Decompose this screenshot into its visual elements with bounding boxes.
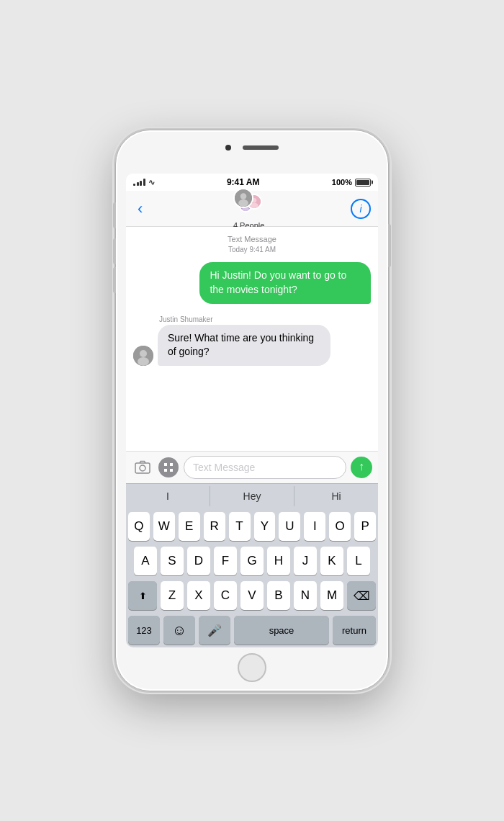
svg-point-13 bbox=[140, 465, 145, 471]
svg-point-1 bbox=[240, 193, 246, 199]
key-f[interactable]: F bbox=[214, 547, 237, 575]
key-emoji[interactable]: ☺ bbox=[163, 616, 195, 645]
svg-point-11 bbox=[138, 357, 149, 366]
svg-rect-12 bbox=[135, 463, 150, 473]
send-arrow-icon: ↑ bbox=[359, 460, 364, 473]
key-g[interactable]: G bbox=[240, 547, 264, 575]
phone-screen: ∿ 9:41 AM 100% ‹ bbox=[126, 174, 378, 647]
status-left: ∿ bbox=[133, 178, 155, 187]
battery-percent: 100% bbox=[332, 178, 352, 187]
wifi-icon: ∿ bbox=[148, 178, 155, 187]
key-o[interactable]: O bbox=[329, 512, 351, 541]
status-right: 100% bbox=[332, 178, 371, 187]
info-button[interactable]: i bbox=[351, 199, 371, 219]
key-p[interactable]: P bbox=[354, 512, 376, 541]
message-sent-1: Hi Justin! Do you want to go to the movi… bbox=[133, 262, 371, 303]
key-mic[interactable]: 🎤 bbox=[199, 616, 230, 645]
battery-icon bbox=[355, 179, 371, 187]
message-received-1: Justin Shumaker Sure! What time are you … bbox=[133, 315, 371, 366]
sender-name: Justin Shumaker bbox=[159, 315, 330, 323]
avatar-main bbox=[233, 188, 253, 208]
key-b[interactable]: B bbox=[267, 581, 290, 610]
sender-avatar bbox=[133, 346, 153, 366]
key-shift[interactable]: ⬆ bbox=[128, 581, 157, 610]
signal-icon bbox=[133, 179, 145, 186]
battery-fill bbox=[356, 180, 369, 185]
key-numbers[interactable]: 123 bbox=[128, 616, 160, 645]
key-u[interactable]: U bbox=[279, 512, 300, 541]
key-e[interactable]: E bbox=[179, 512, 200, 541]
key-d[interactable]: D bbox=[187, 547, 210, 575]
message-timestamp: Today 9:41 AM bbox=[133, 245, 371, 255]
key-z[interactable]: Z bbox=[161, 581, 184, 610]
message-type-label: Text Message bbox=[133, 234, 371, 245]
keyboard-row-1: Q W E R T Y U I O P bbox=[128, 512, 376, 541]
messages-area: Text Message Today 9:41 AM Hi Justin! Do… bbox=[126, 227, 378, 451]
phone-frame: ∿ 9:41 AM 100% ‹ bbox=[115, 130, 389, 691]
svg-point-2 bbox=[238, 199, 248, 206]
key-v[interactable]: V bbox=[240, 581, 264, 610]
key-j[interactable]: J bbox=[294, 547, 317, 575]
key-x[interactable]: X bbox=[187, 581, 210, 610]
home-button[interactable] bbox=[238, 653, 266, 682]
key-h[interactable]: H bbox=[267, 547, 290, 575]
key-return[interactable]: return bbox=[333, 616, 376, 645]
predictive-item-2[interactable]: Hi bbox=[294, 486, 378, 506]
status-time: 9:41 AM bbox=[227, 177, 260, 187]
key-q[interactable]: Q bbox=[128, 512, 150, 541]
key-l[interactable]: L bbox=[347, 547, 370, 575]
message-meta: Text Message Today 9:41 AM bbox=[133, 234, 371, 255]
received-bubble-1: Sure! What time are you thinking of goin… bbox=[158, 325, 330, 366]
keyboard: Q W E R T Y U I O P A S D F G H J K bbox=[126, 508, 378, 647]
camera-button[interactable] bbox=[132, 457, 153, 478]
key-c[interactable]: C bbox=[214, 581, 237, 610]
text-input-placeholder: Text Message bbox=[193, 462, 255, 473]
sent-bubble-1: Hi Justin! Do you want to go to the movi… bbox=[199, 262, 371, 303]
key-t[interactable]: T bbox=[229, 512, 251, 541]
key-delete[interactable]: ⌫ bbox=[347, 581, 376, 610]
key-w[interactable]: W bbox=[153, 512, 175, 541]
predictive-item-0[interactable]: I bbox=[126, 486, 210, 506]
back-button[interactable]: ‹ bbox=[133, 197, 147, 221]
predictive-bar: I Hey Hi bbox=[126, 483, 378, 508]
key-k[interactable]: K bbox=[320, 547, 343, 575]
front-camera bbox=[225, 145, 231, 151]
key-space[interactable]: space bbox=[234, 616, 329, 645]
key-r[interactable]: R bbox=[204, 512, 225, 541]
svg-point-10 bbox=[140, 350, 147, 357]
speaker bbox=[243, 145, 279, 150]
notch-area bbox=[202, 140, 302, 155]
text-input-wrap[interactable]: Text Message bbox=[184, 456, 346, 479]
apps-icon bbox=[158, 457, 179, 477]
keyboard-row-3: ⬆ Z X C V B N M ⌫ bbox=[128, 581, 376, 610]
key-i[interactable]: I bbox=[304, 512, 325, 541]
keyboard-row-2: A S D F G H J K L bbox=[128, 547, 376, 575]
send-button[interactable]: ↑ bbox=[351, 457, 372, 478]
predictive-item-1[interactable]: Hey bbox=[210, 486, 294, 506]
keyboard-row-4: 123 ☺ 🎤 space return bbox=[128, 616, 376, 645]
input-area: Text Message ↑ bbox=[126, 451, 378, 483]
key-y[interactable]: Y bbox=[254, 512, 276, 541]
key-s[interactable]: S bbox=[161, 547, 184, 575]
group-avatar bbox=[233, 188, 265, 220]
navigation-bar: ‹ bbox=[126, 191, 378, 227]
key-m[interactable]: M bbox=[320, 581, 343, 610]
apps-button[interactable] bbox=[158, 457, 179, 478]
nav-center[interactable]: 4 People bbox=[233, 188, 265, 230]
key-n[interactable]: N bbox=[294, 581, 317, 610]
key-a[interactable]: A bbox=[134, 547, 157, 575]
received-wrapper: Justin Shumaker Sure! What time are you … bbox=[158, 315, 330, 366]
